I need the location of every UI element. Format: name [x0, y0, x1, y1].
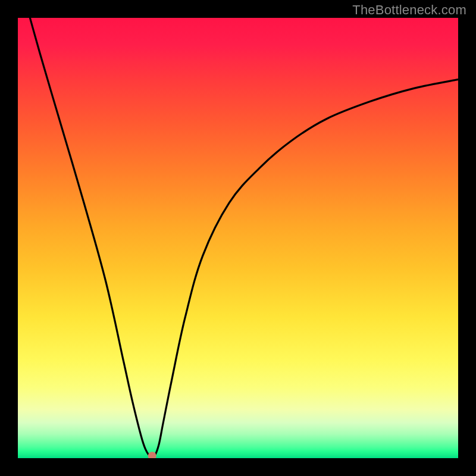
chart-svg [18, 18, 458, 458]
optimal-point-marker [148, 452, 156, 458]
plot-area [18, 18, 458, 458]
bottleneck-curve [18, 18, 458, 457]
chart-frame: TheBottleneck.com [0, 0, 476, 476]
watermark-text: TheBottleneck.com [352, 2, 466, 18]
